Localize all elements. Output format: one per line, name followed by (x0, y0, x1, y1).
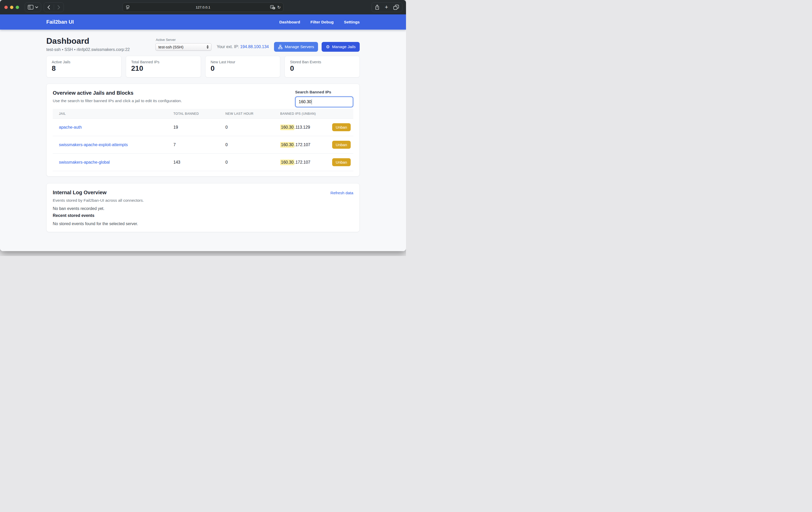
log-title: Internal Log Overview (53, 190, 144, 196)
jails-table: JAIL TOTAL BANNED NEW LAST HOUR BANNED I… (53, 109, 353, 171)
sidebar-icon (28, 5, 33, 9)
sitemap-icon (278, 45, 283, 49)
ip-match-highlight: 160.30 (280, 160, 294, 165)
unban-button[interactable]: Unban (332, 158, 351, 166)
stat-new-last-hour: New Last Hour 0 (205, 56, 281, 78)
url-text: 127.0.0.1 (196, 5, 210, 9)
recent-stored-events-title: Recent stored events (53, 213, 353, 218)
nav-links: Dashboard Filter Debug Settings (279, 20, 360, 24)
stat-cards: Active Jails 8 Total Banned IPs 210 New … (46, 56, 360, 78)
manage-servers-button[interactable]: Manage Servers (274, 42, 318, 52)
chevron-down-icon (35, 6, 38, 8)
table-row: swissmakers-apache-global 143 0 160.30 .… (53, 153, 353, 171)
share-button[interactable] (375, 4, 379, 10)
select-arrows-icon (206, 45, 209, 49)
address-bar[interactable]: 127.0.0.1 A ↻ (122, 3, 284, 12)
app-navbar: Fail2ban UI Dashboard Filter Debug Setti… (0, 15, 406, 30)
brand[interactable]: Fail2ban UI (46, 19, 74, 25)
history-navigation (44, 2, 64, 12)
external-ip-value: 194.88.100.134 (240, 45, 269, 49)
refresh-data-link[interactable]: Refresh data (330, 191, 353, 195)
nav-dashboard[interactable]: Dashboard (279, 20, 300, 24)
back-button[interactable] (44, 3, 54, 12)
unban-button[interactable]: Unban (332, 141, 351, 149)
jail-link[interactable]: swissmakers-apache-exploit-attempts (59, 143, 128, 147)
browser-window: 127.0.0.1 A ↻ + (0, 0, 406, 251)
ip-match-highlight: 160.30 (280, 142, 294, 148)
page-header: Dashboard test-ssh • SSH • rlinfp02.swis… (46, 36, 360, 52)
table-row: swissmakers-apache-exploit-attempts 7 0 … (53, 136, 353, 153)
unban-button[interactable]: Unban (332, 123, 351, 131)
search-banned-ips-input[interactable]: 160.30 (295, 96, 353, 107)
sidebar-toggle-button[interactable] (25, 2, 41, 12)
page-subtitle: test-ssh • SSH • rlinfp02.swissmakers.co… (46, 47, 130, 52)
stat-active-jails: Active Jails 8 (46, 56, 121, 78)
log-description: Events stored by Fail2ban-UI across all … (53, 198, 144, 203)
active-server-select[interactable]: test-ssh (SSH) (155, 43, 211, 51)
zoom-window-button[interactable] (16, 6, 19, 9)
minimize-window-button[interactable] (10, 6, 13, 9)
search-banned-ips-label: Search Banned IPs (295, 90, 353, 94)
translate-icon[interactable]: A (270, 5, 275, 10)
toolbar-right-group: + (372, 2, 402, 12)
nav-filter-debug[interactable]: Filter Debug (310, 20, 334, 24)
forward-button[interactable] (54, 3, 63, 12)
svg-text:A: A (271, 6, 273, 8)
stat-stored-ban-events: Stored Ban Events 0 (285, 56, 360, 78)
text-caret (312, 99, 312, 105)
reload-button[interactable]: ↻ (278, 5, 281, 9)
manage-jails-button[interactable]: ⚙ Manage Jails (322, 42, 360, 52)
active-server-label: Active Server (156, 38, 175, 42)
gear-icon: ⚙ (326, 45, 329, 49)
table-row: apache-auth 19 0 160.30 .113.129 Unban (53, 119, 353, 136)
nav-settings[interactable]: Settings (344, 20, 360, 24)
window-controls (4, 0, 19, 15)
jail-link[interactable]: apache-auth (59, 125, 82, 130)
external-ip: Your ext. IP: 194.88.100.134 (216, 45, 269, 49)
overview-card: Overview active Jails and Blocks Use the… (46, 84, 360, 176)
stat-total-banned: Total Banned IPs 210 (126, 56, 201, 78)
no-stored-events-text: No stored events found for the selected … (53, 222, 353, 226)
page-settings-icon[interactable] (125, 5, 130, 9)
browser-titlebar: 127.0.0.1 A ↻ + (0, 0, 406, 15)
jail-link[interactable]: swissmakers-apache-global (59, 160, 110, 164)
ip-match-highlight: 160.30 (280, 124, 294, 130)
no-ban-events-text: No ban events recorded yet. (53, 206, 353, 211)
new-tab-button[interactable]: + (385, 4, 388, 10)
internal-log-card: Internal Log Overview Events stored by F… (46, 183, 360, 232)
tab-overview-button[interactable] (394, 5, 399, 10)
close-window-button[interactable] (4, 6, 8, 9)
table-header: JAIL TOTAL BANNED NEW LAST HOUR BANNED I… (53, 109, 353, 119)
page-content: Dashboard test-ssh • SSH • rlinfp02.swis… (0, 30, 406, 251)
page-title: Dashboard (46, 36, 130, 46)
